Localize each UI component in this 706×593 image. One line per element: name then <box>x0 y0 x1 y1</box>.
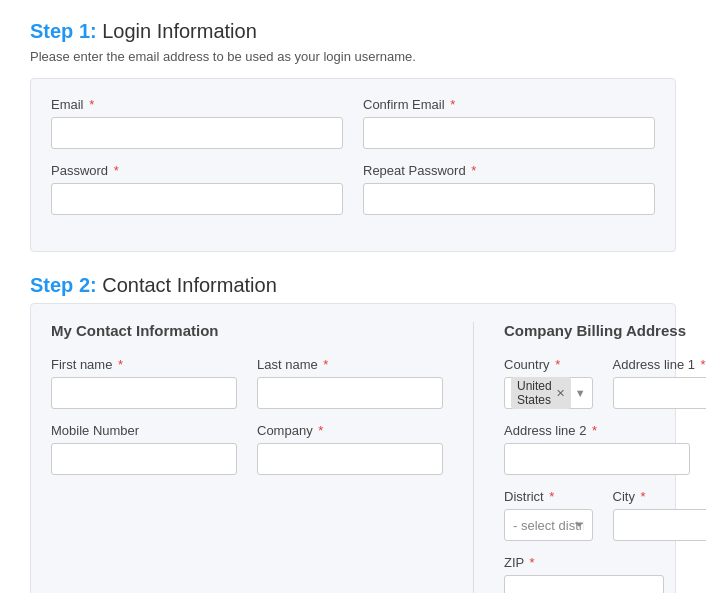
password-group: Password * <box>51 163 343 215</box>
district-label: District * <box>504 489 593 504</box>
email-required: * <box>89 97 94 112</box>
address2-input[interactable] <box>504 443 690 475</box>
step1-title: Login Information <box>97 20 257 42</box>
billing-row4: ZIP * <box>504 555 706 593</box>
billing-row1: Country * United States ✕ ▼ Address line… <box>504 357 706 409</box>
repeat-password-required: * <box>471 163 476 178</box>
address1-input[interactable] <box>613 377 706 409</box>
repeat-password-group: Repeat Password * <box>363 163 655 215</box>
country-label: Country * <box>504 357 593 372</box>
contact-section: My Contact Information First name * Last… <box>51 322 474 593</box>
step1-subtitle: Please enter the email address to be use… <box>30 49 676 64</box>
email-label: Email * <box>51 97 343 112</box>
contact-title: My Contact Information <box>51 322 443 339</box>
step1-number: Step 1: <box>30 20 97 42</box>
password-input[interactable] <box>51 183 343 215</box>
zip-input[interactable] <box>504 575 664 593</box>
step2-title: Contact Information <box>97 274 277 296</box>
district-group: District * - select district - <box>504 489 593 541</box>
step2-heading: Step 2: Contact Information <box>30 274 676 297</box>
first-name-input[interactable] <box>51 377 237 409</box>
country-tag-value: United States <box>517 379 552 407</box>
district-select[interactable]: - select district - <box>504 509 593 541</box>
city-input[interactable] <box>613 509 706 541</box>
step1-row1: Email * Confirm Email * <box>51 97 655 149</box>
last-name-group: Last name * <box>257 357 443 409</box>
billing-title: Company Billing Address <box>504 322 706 339</box>
address2-group: Address line 2 * <box>504 423 690 475</box>
first-name-label: First name * <box>51 357 237 372</box>
company-input[interactable] <box>257 443 443 475</box>
step1-heading: Step 1: Login Information <box>30 20 676 43</box>
company-group: Company * <box>257 423 443 475</box>
address1-label: Address line 1 * <box>613 357 706 372</box>
confirm-email-group: Confirm Email * <box>363 97 655 149</box>
zip-label: ZIP * <box>504 555 706 570</box>
country-arrow-icon: ▼ <box>575 387 586 399</box>
mobile-input[interactable] <box>51 443 237 475</box>
address2-label: Address line 2 * <box>504 423 690 438</box>
email-input[interactable] <box>51 117 343 149</box>
city-label: City * <box>613 489 706 504</box>
step2-number: Step 2: <box>30 274 97 296</box>
password-label: Password * <box>51 163 343 178</box>
repeat-password-label: Repeat Password * <box>363 163 655 178</box>
mobile-group: Mobile Number <box>51 423 237 475</box>
password-required: * <box>114 163 119 178</box>
repeat-password-input[interactable] <box>363 183 655 215</box>
step2-container: My Contact Information First name * Last… <box>51 322 655 593</box>
confirm-email-required: * <box>450 97 455 112</box>
billing-row3: District * - select district - City * <box>504 489 706 541</box>
country-remove-icon[interactable]: ✕ <box>556 387 565 400</box>
first-name-group: First name * <box>51 357 237 409</box>
step1-row2: Password * Repeat Password * <box>51 163 655 215</box>
confirm-email-input[interactable] <box>363 117 655 149</box>
mobile-label: Mobile Number <box>51 423 237 438</box>
last-name-input[interactable] <box>257 377 443 409</box>
country-tag: United States ✕ <box>511 377 571 409</box>
city-group: City * <box>613 489 706 541</box>
zip-group: ZIP * <box>504 555 706 593</box>
last-name-label: Last name * <box>257 357 443 372</box>
company-label: Company * <box>257 423 443 438</box>
address1-group: Address line 1 * <box>613 357 706 409</box>
contact-row2: Mobile Number Company * <box>51 423 443 475</box>
country-group: Country * United States ✕ ▼ <box>504 357 593 409</box>
confirm-email-label: Confirm Email * <box>363 97 655 112</box>
email-group: Email * <box>51 97 343 149</box>
country-select-wrapper[interactable]: United States ✕ ▼ <box>504 377 593 409</box>
step2-card: My Contact Information First name * Last… <box>30 303 676 593</box>
step1-card: Email * Confirm Email * Password * Repea… <box>30 78 676 252</box>
contact-row1: First name * Last name * <box>51 357 443 409</box>
billing-row2: Address line 2 * State * - select state … <box>504 423 706 475</box>
billing-section: Company Billing Address Country * United… <box>504 322 706 593</box>
